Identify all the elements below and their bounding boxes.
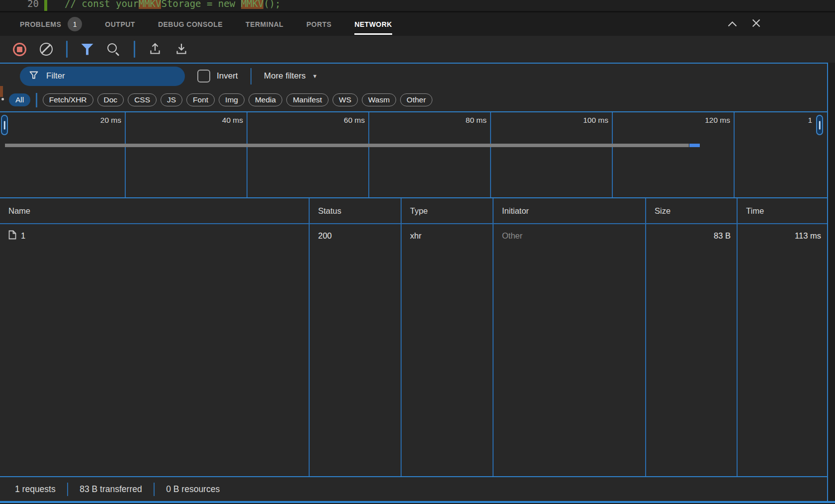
overview-ruler-mark xyxy=(0,86,3,97)
code-line: 20 // const yourMMKVStorage = new MMKV()… xyxy=(0,0,281,11)
editor-code-strip: 20 // const yourMMKVStorage = new MMKV()… xyxy=(0,0,835,12)
resource-type-chips: All Fetch/XHR Doc CSS JS Font Img Media … xyxy=(0,88,827,111)
chip-media[interactable]: Media xyxy=(249,93,282,106)
network-panel: Invert More filters ▼ All Fetch/XHR Doc … xyxy=(0,63,828,501)
toolbar-divider xyxy=(134,41,135,58)
chip-all[interactable]: All xyxy=(9,93,30,106)
resources-size: 0 B resources xyxy=(166,484,220,495)
chip-manifest[interactable]: Manifest xyxy=(286,93,329,106)
table-row[interactable]: 1 200 xhr Other 83 B 113 ms xyxy=(0,224,827,248)
cell-status: 200 xyxy=(310,224,402,248)
panel-tab-bar: PROBLEMS 1 OUTPUT DEBUG CONSOLE TERMINAL… xyxy=(0,12,835,36)
tick-label-clipped: 1 xyxy=(808,116,812,125)
column-header-status[interactable]: Status xyxy=(310,198,402,223)
tick-label: 80 ms xyxy=(369,112,491,197)
document-icon xyxy=(8,230,16,242)
tick-label: 120 ms xyxy=(613,112,735,197)
network-toolbar xyxy=(0,36,835,63)
requests-count: 1 requests xyxy=(15,484,56,495)
request-waterfall-bar xyxy=(5,144,689,147)
cell-size: 83 B xyxy=(646,224,738,248)
tab-terminal[interactable]: TERMINAL xyxy=(246,20,283,28)
tick-label: 100 ms xyxy=(491,112,613,197)
tick-label: 20 ms xyxy=(4,112,126,197)
chip-doc[interactable]: Doc xyxy=(97,93,124,106)
tab-problems[interactable]: PROBLEMS 1 xyxy=(20,17,82,31)
filter-divider xyxy=(250,68,252,84)
cell-name: 1 xyxy=(0,224,310,248)
filter-pill[interactable] xyxy=(20,67,185,86)
filter-input[interactable] xyxy=(45,71,167,82)
summary-divider xyxy=(67,483,69,496)
problems-count-badge: 1 xyxy=(68,17,82,31)
overview-right-handle[interactable] xyxy=(816,115,823,135)
more-filters-button[interactable]: More filters ▼ xyxy=(264,71,318,81)
tick-label: 40 ms xyxy=(126,112,248,197)
chip-ws[interactable]: WS xyxy=(333,93,358,106)
column-header-name[interactable]: Name xyxy=(0,198,310,223)
invert-checkbox[interactable] xyxy=(197,70,210,83)
chevron-down-icon: ▼ xyxy=(312,73,318,79)
chip-other[interactable]: Other xyxy=(400,93,432,106)
timeline-overview: 20 ms 40 ms 60 ms 80 ms 100 ms 120 ms 1 xyxy=(0,111,827,198)
line-number: 20 xyxy=(0,0,39,11)
close-icon[interactable] xyxy=(752,19,760,29)
ruler-end: 1 xyxy=(735,112,823,197)
export-har-icon[interactable] xyxy=(175,42,188,57)
tab-debug-console[interactable]: DEBUG CONSOLE xyxy=(158,20,223,28)
overview-left-handle[interactable] xyxy=(1,115,8,135)
import-har-icon[interactable] xyxy=(149,42,162,57)
column-header-time[interactable]: Time xyxy=(738,198,827,223)
column-header-size[interactable]: Size xyxy=(646,198,738,223)
panel-actions xyxy=(728,19,760,29)
chip-fetch-xhr[interactable]: Fetch/XHR xyxy=(43,93,93,106)
record-icon[interactable] xyxy=(13,43,26,56)
tab-network[interactable]: NETWORK xyxy=(354,20,392,28)
vscode-bottom-panel: 20 // const yourMMKVStorage = new MMKV()… xyxy=(0,0,835,504)
tick-label: 60 ms xyxy=(248,112,369,197)
tab-ports[interactable]: PORTS xyxy=(306,20,332,28)
overview-ruler-dot xyxy=(1,98,4,100)
requests-table: Name Status Type Initiator Size Time 1 2… xyxy=(0,198,827,476)
cell-type: xhr xyxy=(402,224,494,248)
chip-js[interactable]: JS xyxy=(161,93,182,106)
network-summary-bar: 1 requests 83 B transferred 0 B resource… xyxy=(0,476,827,501)
clear-requests-icon[interactable] xyxy=(40,43,53,56)
toolbar-divider xyxy=(66,41,68,58)
invert-label[interactable]: Invert xyxy=(217,71,238,81)
filter-row: Invert More filters ▼ xyxy=(0,64,827,88)
funnel-icon xyxy=(29,71,38,81)
chip-img[interactable]: Img xyxy=(219,93,245,106)
search-icon[interactable] xyxy=(107,43,120,56)
column-header-type[interactable]: Type xyxy=(402,198,494,223)
chip-wasm[interactable]: Wasm xyxy=(362,93,396,106)
panel-bottom-border xyxy=(0,501,835,503)
table-header: Name Status Type Initiator Size Time xyxy=(0,198,827,224)
timeline-ruler: 20 ms 40 ms 60 ms 80 ms 100 ms 120 ms 1 xyxy=(4,112,823,197)
search-match-highlight: MMKV xyxy=(139,0,162,9)
cell-initiator: Other xyxy=(494,224,646,248)
filter-icon[interactable] xyxy=(81,44,93,55)
transferred-size: 83 B transferred xyxy=(80,484,142,495)
cell-time: 113 ms xyxy=(738,224,827,248)
chips-divider xyxy=(36,93,37,107)
chip-css[interactable]: CSS xyxy=(128,93,157,106)
chip-font[interactable]: Font xyxy=(186,93,215,106)
summary-divider xyxy=(154,483,155,496)
chevron-up-icon[interactable] xyxy=(728,20,737,29)
tab-output[interactable]: OUTPUT xyxy=(105,20,135,28)
table-empty-area xyxy=(0,248,827,476)
search-match-highlight: MMKV xyxy=(241,0,264,9)
gutter-modified-indicator xyxy=(44,0,47,11)
code-comment: // const yourMMKVStorage = new MMKV(); xyxy=(65,0,281,11)
column-header-initiator[interactable]: Initiator xyxy=(494,198,646,223)
request-download-segment xyxy=(689,144,700,147)
